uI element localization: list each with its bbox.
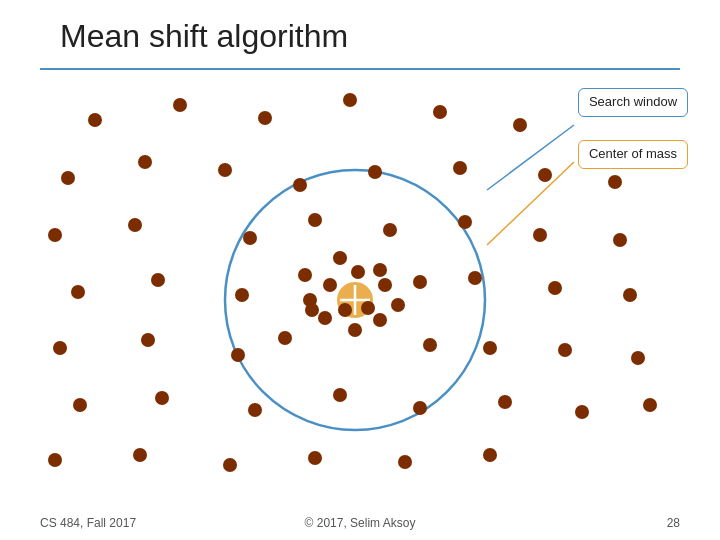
dot (333, 388, 347, 402)
dot (155, 391, 169, 405)
dot (548, 281, 562, 295)
dot (71, 285, 85, 299)
dot (258, 111, 272, 125)
dot (333, 251, 347, 265)
dot (318, 311, 332, 325)
dot (498, 395, 512, 409)
dot (73, 398, 87, 412)
dot (308, 213, 322, 227)
dot (138, 155, 152, 169)
dot (513, 118, 527, 132)
dot (413, 401, 427, 415)
dot (308, 451, 322, 465)
dot (533, 228, 547, 242)
dot (351, 265, 365, 279)
dot (305, 303, 319, 317)
dot (128, 218, 142, 232)
dot (298, 268, 312, 282)
dot (278, 331, 292, 345)
dot (433, 105, 447, 119)
dot (338, 303, 352, 317)
dot (48, 228, 62, 242)
dot (458, 215, 472, 229)
dot (413, 275, 427, 289)
dot (613, 233, 627, 247)
dot (483, 341, 497, 355)
dot (243, 231, 257, 245)
dot (453, 161, 467, 175)
dot (368, 165, 382, 179)
dot (141, 333, 155, 347)
dot (373, 313, 387, 327)
dot (343, 93, 357, 107)
dot (643, 398, 657, 412)
dot (398, 455, 412, 469)
footer-course: CS 484, Fall 2017 (40, 516, 136, 530)
dot (558, 343, 572, 357)
dot (133, 448, 147, 462)
dot (293, 178, 307, 192)
dot (383, 223, 397, 237)
slide: Mean shift algorithm Search window Cente… (0, 0, 720, 540)
main-canvas (0, 0, 720, 540)
dot (323, 278, 337, 292)
dot (631, 351, 645, 365)
dot (88, 113, 102, 127)
dot (48, 453, 62, 467)
dot (223, 458, 237, 472)
dot (391, 298, 405, 312)
footer-page: 28 (667, 516, 680, 530)
dot (538, 168, 552, 182)
dot (348, 323, 362, 337)
dot (608, 175, 622, 189)
dot (378, 278, 392, 292)
dot (468, 271, 482, 285)
dot (575, 405, 589, 419)
dot (231, 348, 245, 362)
legend-search-line (487, 125, 574, 190)
dot (483, 448, 497, 462)
dot (61, 171, 75, 185)
dot (218, 163, 232, 177)
dot (173, 98, 187, 112)
dot (151, 273, 165, 287)
dot (373, 263, 387, 277)
dot (623, 288, 637, 302)
legend-center-line (487, 162, 574, 245)
footer-copyright: © 2017, Selim Aksoy (305, 516, 416, 530)
dot (361, 301, 375, 315)
dot (423, 338, 437, 352)
dot (53, 341, 67, 355)
dot (248, 403, 262, 417)
dot (235, 288, 249, 302)
